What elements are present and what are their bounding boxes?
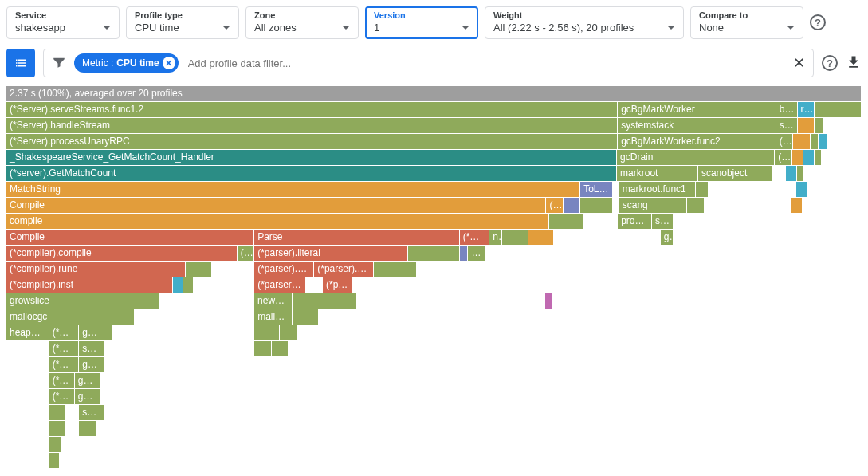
flame-cell[interactable]: gcBgMarkWorker (618, 101, 776, 117)
flame-cell[interactable] (147, 293, 160, 309)
flame-cell[interactable] (792, 149, 803, 165)
flame-cell[interactable]: newobj… (254, 293, 293, 309)
flame-cell[interactable]: gc… (79, 356, 104, 372)
flame-cell[interactable]: g… (661, 229, 674, 245)
flame-cell[interactable]: (*… (49, 388, 75, 404)
flame-cell[interactable] (79, 420, 96, 436)
chip-remove-icon[interactable]: ✕ (163, 57, 175, 69)
flame-cell[interactable]: (*compiler).inst (6, 277, 173, 293)
flame-cell[interactable]: (*compiler).rune (6, 261, 186, 277)
filter-version[interactable]: Version 1 (365, 6, 478, 39)
flame-cell[interactable] (254, 325, 280, 340)
flame-cell[interactable] (374, 261, 417, 277)
flame-cell[interactable] (811, 133, 819, 149)
flame-cell[interactable] (798, 117, 815, 133)
flame-cell[interactable] (280, 325, 297, 340)
flame-cell[interactable]: (*m… (49, 340, 80, 356)
flame-cell[interactable]: _ShakespeareService_GetMatchCount_Handle… (6, 149, 617, 165)
flame-cell[interactable] (528, 229, 554, 245)
flame-cell[interactable]: (… (546, 197, 563, 213)
flame-cell[interactable] (793, 133, 810, 149)
flame-cell[interactable]: re… (798, 101, 815, 117)
flame-cell[interactable]: sc… (79, 404, 104, 420)
flame-cell[interactable] (293, 293, 356, 309)
flame-cell[interactable]: (*… (776, 133, 793, 149)
flame-cell[interactable]: growslice (6, 293, 147, 309)
flame-cell[interactable]: (*… (49, 372, 75, 388)
flame-cell[interactable]: systemstack (618, 117, 776, 133)
flame-cell[interactable] (254, 340, 271, 356)
flame-cell[interactable]: (*compiler).compile (6, 245, 238, 261)
flame-cell[interactable]: gc… (75, 372, 100, 388)
flame-cell[interactable]: (*parser)…. (254, 277, 305, 293)
download-icon[interactable] (846, 54, 862, 73)
flame-cell[interactable]: (*mc… (49, 325, 80, 340)
flame-cell[interactable] (186, 261, 211, 277)
flame-cell[interactable]: (*Pr… (460, 229, 490, 245)
flame-cell[interactable] (173, 277, 183, 293)
flame-cell[interactable]: (*par… (323, 277, 353, 293)
flame-cell[interactable]: (*parser).pu… (314, 261, 374, 277)
flame-cell[interactable]: heapB… (6, 325, 49, 340)
flame-cell[interactable]: (*Server).handleStream (6, 117, 618, 133)
flame-cell[interactable] (293, 309, 318, 325)
flame-cell[interactable]: compile (6, 213, 549, 229)
flame-cell[interactable]: (*Server).processUnaryRPC (6, 133, 618, 149)
flame-cell[interactable] (502, 229, 528, 245)
flame-cell[interactable] (49, 420, 66, 436)
flame-cell[interactable] (796, 181, 807, 197)
flame-cell[interactable]: bg… (776, 101, 798, 117)
flame-cell[interactable]: (*server).GetMatchCount (6, 165, 617, 181)
clear-icon[interactable]: ✕ (793, 54, 805, 72)
flame-cell[interactable] (819, 133, 827, 149)
filter-zone[interactable]: Zone All zones (245, 6, 359, 39)
flame-cell[interactable] (549, 213, 583, 229)
flame-cell[interactable]: ToLo… (580, 181, 613, 197)
flame-cell[interactable]: markroot.func1 (619, 181, 696, 197)
flame-cell[interactable]: mallocgc (6, 309, 135, 325)
flame-cell[interactable] (803, 149, 815, 165)
flame-cell[interactable]: sys… (79, 340, 104, 356)
flame-cell[interactable]: gc… (79, 325, 96, 340)
flame-cell[interactable] (815, 101, 862, 117)
flame-cell[interactable]: (*parser).ne… (254, 261, 314, 277)
search-input[interactable] (187, 57, 785, 70)
flame-cell[interactable]: (*co… (238, 245, 254, 261)
flame-cell[interactable] (183, 277, 194, 293)
filter-compare-to[interactable]: Compare to None (690, 6, 803, 39)
flame-cell[interactable] (564, 197, 580, 213)
flame-cell[interactable]: 2.37 s (100%), averaged over 20 profiles (6, 85, 862, 101)
flame-cell[interactable] (687, 197, 704, 213)
filter-chip-metric[interactable]: Metric : CPU time ✕ (74, 53, 179, 73)
flame-cell[interactable]: gcDrain (617, 149, 775, 165)
flame-cell[interactable]: Compile (6, 197, 546, 213)
flame-cell[interactable]: procyi… (618, 213, 652, 229)
flame-cell[interactable]: Compile (6, 229, 254, 245)
flame-cell[interactable] (96, 325, 113, 340)
list-view-button[interactable] (6, 49, 35, 77)
flame-cell[interactable]: … (468, 245, 485, 261)
flame-cell[interactable]: gc… (75, 388, 100, 404)
flame-cell[interactable]: gcBgMarkWorker.func2 (618, 133, 776, 149)
help-icon[interactable]: ? (822, 55, 838, 71)
filter-service[interactable]: Service shakesapp (6, 6, 120, 39)
flame-cell[interactable] (815, 117, 823, 133)
flame-cell[interactable]: sw… (776, 117, 798, 133)
flame-cell[interactable] (797, 165, 804, 181)
flame-cell[interactable]: (*Server).serveStreams.func1.2 (6, 101, 618, 117)
flame-cell[interactable] (408, 245, 459, 261)
flame-cell[interactable]: n… (489, 229, 502, 245)
filter-icon[interactable] (52, 55, 66, 72)
flame-cell[interactable] (460, 245, 469, 261)
flame-cell[interactable] (49, 404, 66, 420)
flame-cell[interactable] (786, 165, 797, 181)
flame-cell[interactable]: malloc… (254, 309, 293, 325)
help-icon[interactable]: ? (810, 14, 826, 30)
filter-profile-type[interactable]: Profile type CPU time (126, 6, 239, 39)
flame-cell[interactable] (49, 436, 62, 452)
flame-cell[interactable]: scanobject (698, 165, 773, 181)
flame-cell[interactable] (580, 197, 613, 213)
flame-cell[interactable]: MatchString (6, 181, 580, 197)
filter-weight[interactable]: Weight All (2.22 s - 2.56 s), 20 profile… (485, 6, 684, 39)
flame-cell[interactable] (815, 149, 822, 165)
